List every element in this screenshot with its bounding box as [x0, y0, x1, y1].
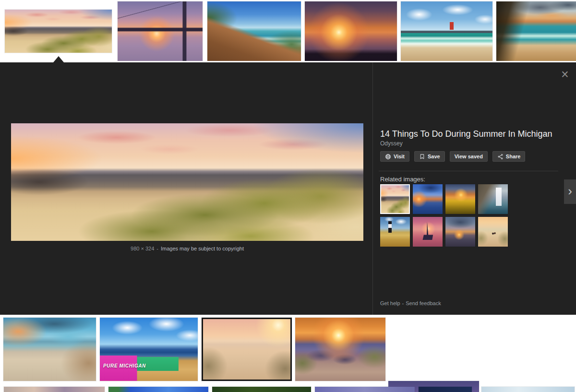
caption-separator: - — [156, 246, 158, 251]
save-button-label: Save — [428, 154, 440, 159]
bottom-thumbnail-4[interactable] — [295, 318, 385, 381]
bottom-thumbnail-1[interactable] — [3, 318, 96, 381]
preview-image[interactable] — [11, 123, 363, 241]
bookmark-icon — [419, 154, 425, 160]
visit-button[interactable]: Visit — [380, 151, 409, 162]
send-feedback-link[interactable]: Send feedback — [406, 300, 441, 306]
share-button[interactable]: Share — [492, 151, 526, 162]
top-thumbnail-6[interactable] — [496, 1, 576, 61]
image-preview-lightbox: 980 × 324-Images may be subject to copyr… — [0, 62, 576, 315]
panel-divider — [372, 62, 373, 315]
close-icon: × — [561, 68, 569, 81]
next-image-button[interactable]: › — [564, 179, 576, 204]
partial-thumbnail-1[interactable] — [4, 387, 105, 392]
caption-dimensions: 980 × 324 — [131, 246, 154, 251]
top-thumbnail-3[interactable] — [207, 1, 301, 61]
partial-thumbnail-2[interactable] — [108, 387, 208, 392]
save-button[interactable]: Save — [414, 151, 445, 162]
result-title[interactable]: 14 Things To Do During Summer In Michiga… — [380, 129, 572, 139]
action-buttons: Visit Save View saved Share — [380, 151, 525, 162]
top-thumbnail-2[interactable] — [118, 1, 203, 61]
top-thumbnail-4[interactable] — [305, 1, 397, 61]
related-images-label: Related images: — [380, 176, 425, 183]
chevron-right-icon: › — [568, 185, 572, 197]
result-source: Odyssey — [380, 140, 403, 147]
related-image-7[interactable] — [445, 217, 475, 247]
bottom-thumbnail-2[interactable]: PURE MICHIGAN — [100, 318, 198, 381]
lightbox-footer: Get help-Send feedback — [380, 300, 441, 306]
related-image-5[interactable] — [380, 217, 410, 247]
image-caption: 980 × 324-Images may be subject to copyr… — [11, 246, 363, 251]
bottom-thumbnail-3[interactable] — [202, 318, 292, 381]
partial-thumbnail-5[interactable] — [419, 387, 472, 392]
top-thumbnail-5[interactable] — [401, 1, 492, 61]
related-image-3[interactable] — [445, 184, 475, 214]
pure-michigan-wordmark: PURE MICHIGAN — [103, 363, 146, 368]
related-image-2[interactable] — [413, 184, 443, 214]
share-icon — [497, 154, 504, 160]
related-images-grid — [380, 184, 508, 247]
share-button-label: Share — [506, 154, 521, 159]
partial-thumbnail-6[interactable] — [481, 387, 575, 392]
top-thumbnail-1-selected[interactable] — [5, 10, 112, 53]
partial-thumbnail-4[interactable] — [315, 387, 415, 392]
view-saved-button[interactable]: View saved — [450, 151, 488, 162]
related-image-6[interactable] — [413, 217, 443, 247]
partial-thumbnail-3[interactable] — [212, 387, 311, 392]
view-saved-button-label: View saved — [455, 154, 483, 159]
buttons-divider — [379, 171, 558, 171]
google-images-results-page: 980 × 324-Images may be subject to copyr… — [0, 0, 576, 392]
globe-icon — [385, 154, 391, 160]
footer-separator: - — [402, 300, 404, 306]
visit-button-label: Visit — [394, 154, 405, 159]
related-image-4[interactable] — [478, 184, 508, 214]
caption-copyright-notice: Images may be subject to copyright — [161, 246, 244, 251]
selected-thumbnail-pointer — [53, 56, 64, 62]
related-image-1-selected[interactable] — [380, 184, 410, 214]
get-help-link[interactable]: Get help — [380, 300, 400, 306]
close-button[interactable]: × — [557, 66, 573, 83]
related-image-8[interactable] — [478, 217, 508, 247]
